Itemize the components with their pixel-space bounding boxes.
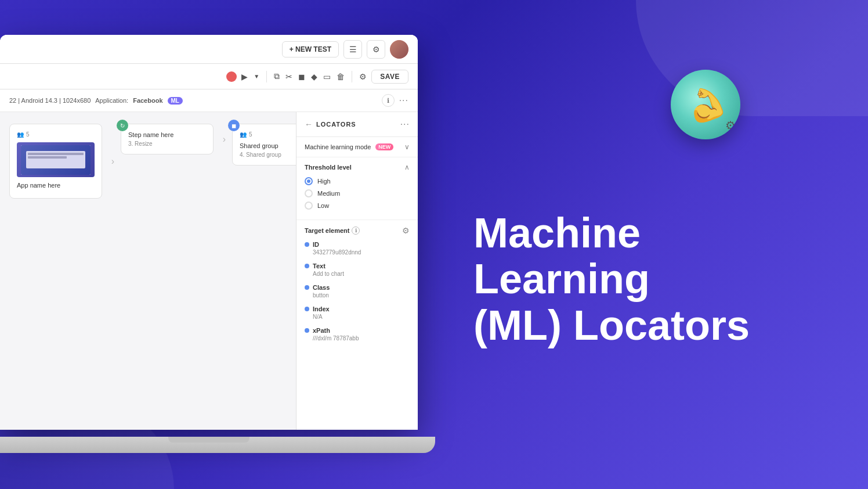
step-3-count: 5: [249, 131, 252, 138]
locators-more-button[interactable]: ···: [400, 119, 410, 130]
threshold-toggle[interactable]: ∧: [404, 163, 410, 171]
settings-icon: ⚙: [372, 45, 380, 54]
xpath-dot: [305, 328, 309, 333]
info-button[interactable]: ℹ: [382, 94, 395, 107]
target-index-name: Index: [313, 305, 330, 312]
target-text-name: Text: [313, 263, 326, 269]
separator-1: [266, 71, 267, 82]
threshold-high-option[interactable]: High: [305, 177, 410, 185]
target-text-item: Text Add to chart: [305, 263, 410, 277]
gear-icon-btn[interactable]: ⚙: [358, 71, 368, 82]
users-icon-3: 👥: [240, 131, 247, 138]
text-dot: [305, 264, 309, 268]
copy-icon-btn[interactable]: ⧉: [273, 70, 281, 82]
main-title: Machine Learning (ML) Locators: [473, 210, 822, 348]
step-2-arrow: ›: [223, 134, 226, 145]
dropdown-arrow[interactable]: ▼: [252, 72, 261, 81]
back-button[interactable]: ←: [305, 120, 313, 129]
target-header: Target element ℹ ⚙: [305, 226, 410, 235]
target-xpath-name: xPath: [313, 327, 330, 334]
step-3-indicator: ◼: [228, 120, 240, 131]
ml-badge: ML: [168, 97, 183, 105]
target-id-name: ID: [313, 241, 319, 248]
step-1-count: 5: [26, 131, 30, 138]
step-1-title: App name here: [17, 182, 95, 189]
target-settings-button[interactable]: ⚙: [402, 226, 410, 235]
laptop-notch: [168, 437, 249, 443]
laptop-base: [0, 437, 435, 453]
target-id-value: 3432779u892dnnd: [305, 249, 410, 256]
cut-icon-btn[interactable]: ✂: [284, 71, 294, 82]
settings-icon-btn[interactable]: ⚙: [367, 40, 385, 59]
list-item: ◼ 👥 5 Shared group 4. Shared group: [232, 124, 296, 166]
avatar-button[interactable]: [390, 40, 408, 59]
locators-panel: ← LOCATORS ··· Machine learning mode NEW: [296, 112, 418, 430]
threshold-high-label: High: [317, 178, 331, 185]
document-icon-btn[interactable]: ☰: [343, 40, 362, 59]
step-1-arrow: ›: [111, 156, 114, 167]
stop-icon-btn[interactable]: ◼: [297, 71, 306, 82]
step-3-title: Shared group: [240, 142, 296, 149]
main-content: 👥 5: [0, 112, 418, 430]
new-test-button[interactable]: + NEW TEST: [282, 41, 339, 57]
step-3-badge: 👥 5: [240, 131, 296, 138]
target-xpath-header: xPath: [305, 327, 410, 334]
target-class-item: Class button: [305, 284, 410, 299]
ml-mode-label: Machine learning mode: [305, 143, 371, 150]
laptop-container: + NEW TEST ☰ ⚙ ▶ ▼ ⧉ ✂ ◼ ◆: [0, 35, 499, 453]
steps-area: 👥 5: [0, 112, 418, 430]
locators-header: ← LOCATORS ···: [296, 112, 418, 137]
threshold-medium-option[interactable]: Medium: [305, 189, 410, 197]
more-options-button[interactable]: ···: [399, 95, 408, 106]
document-icon: ☰: [349, 45, 357, 54]
shield-icon-btn[interactable]: ◆: [310, 71, 319, 82]
step-1-thumbnail: [17, 142, 95, 177]
title-line-1: Machine Learning: [473, 210, 650, 302]
target-info-button[interactable]: ℹ: [352, 226, 360, 235]
toolbar-second: ▶ ▼ ⧉ ✂ ◼ ◆ ▭ 🗑 ⚙ SAVE: [0, 64, 418, 89]
threshold-header: Threshold level ∧: [305, 163, 410, 171]
step-1-badge: 👥 5: [17, 131, 95, 138]
trash-icon-btn[interactable]: 🗑: [335, 71, 346, 82]
ml-mode-toggle[interactable]: ∨: [404, 143, 410, 151]
list-item: ↻ Step name here 3. Resize ›: [121, 124, 214, 154]
target-label: Target element: [305, 227, 349, 234]
app-name: Facebook: [133, 97, 162, 104]
step-3-subtitle: 4. Shared group: [240, 152, 296, 158]
laptop-screen: + NEW TEST ☰ ⚙ ▶ ▼ ⧉ ✂ ◼ ◆: [0, 35, 418, 430]
threshold-medium-radio[interactable]: [305, 189, 313, 197]
threshold-medium-label: Medium: [317, 190, 340, 197]
target-index-value: N/A: [305, 314, 410, 320]
threshold-low-option[interactable]: Low: [305, 202, 410, 210]
save-button[interactable]: SAVE: [371, 70, 408, 84]
target-index-header: Index: [305, 305, 410, 312]
target-id-item: ID 3432779u892dnnd: [305, 241, 410, 256]
target-class-header: Class: [305, 284, 410, 291]
locators-title-row: ← LOCATORS: [305, 120, 356, 129]
info-bar: 22 | Android 14.3 | 1024x680 Application…: [0, 89, 418, 112]
step-1-thumb-inner: [21, 145, 91, 175]
steps-scroll-area: 👥 5: [0, 112, 296, 430]
target-xpath-item: xPath ///dxl/m 78787abb: [305, 327, 410, 341]
list-item: 👥 5: [9, 124, 102, 199]
step-2-title: Step name here: [128, 131, 206, 138]
threshold-label: Threshold level: [305, 164, 352, 171]
ml-mode-label-group: Machine learning mode NEW: [305, 143, 393, 150]
target-xpath-value: ///dxl/m 78787abb: [305, 335, 410, 341]
threshold-low-radio[interactable]: [305, 202, 313, 210]
separator-2: [352, 71, 352, 82]
threshold-high-radio[interactable]: [305, 177, 313, 185]
class-dot: [305, 285, 309, 290]
play-button[interactable]: ▶: [240, 71, 249, 82]
new-badge: NEW: [375, 143, 393, 150]
threshold-section: Threshold level ∧ High Medium: [296, 157, 418, 220]
app-label: Application:: [95, 97, 128, 104]
target-class-name: Class: [313, 284, 330, 291]
target-label-row: Target element ℹ: [305, 226, 360, 235]
record-button[interactable]: [226, 71, 237, 82]
target-index-item: Index N/A: [305, 305, 410, 320]
crop-icon-btn[interactable]: ▭: [322, 71, 332, 82]
locators-title: LOCATORS: [316, 121, 356, 128]
target-element-section: Target element ℹ ⚙ ID 3432779u8: [296, 220, 418, 354]
target-text-value: Add to chart: [305, 271, 410, 277]
